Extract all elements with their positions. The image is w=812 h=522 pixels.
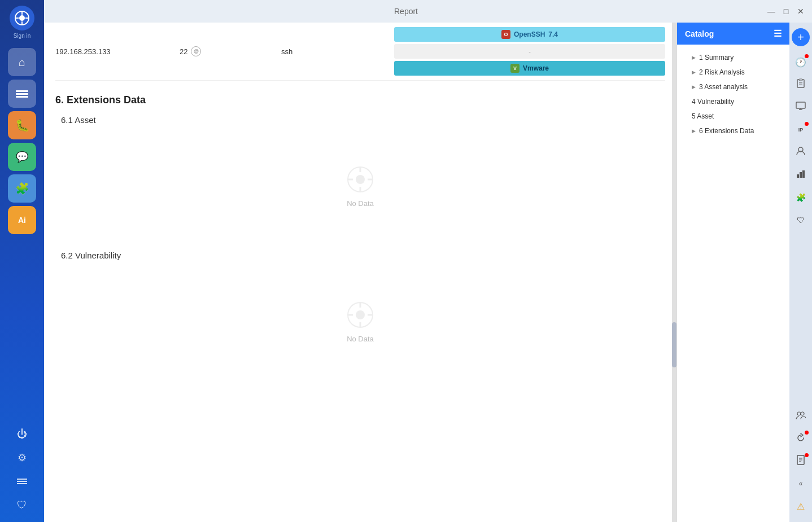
clock-badge bbox=[805, 54, 809, 58]
arrow-icon-3: ▶ bbox=[692, 84, 696, 90]
chevron-left-icon: « bbox=[799, 480, 803, 488]
catalog-header: Catalog ☰ bbox=[677, 23, 789, 45]
svg-point-1 bbox=[19, 15, 25, 21]
port-icon: @ bbox=[191, 46, 201, 56]
title-bar: Report — □ ✕ bbox=[0, 0, 812, 23]
sidebar-item-layers[interactable] bbox=[8, 80, 36, 108]
ip-icon: IP bbox=[798, 127, 804, 133]
catalog-item-6-extensions[interactable]: ▶ 6 Extensions Data bbox=[677, 124, 789, 138]
rightbar-clipboard[interactable] bbox=[792, 76, 810, 94]
openssh-version: 7.4 bbox=[548, 30, 558, 38]
svg-point-14 bbox=[801, 412, 804, 415]
openssh-name: OpenSSH bbox=[514, 30, 545, 38]
sidebar-items: ⌂ 🐛 💬 🧩 Ai bbox=[0, 48, 44, 424]
arrow-icon-1: ▶ bbox=[692, 55, 696, 60]
bar-chart-icon bbox=[796, 169, 806, 181]
catalog-label-6: 6 Extensions Data bbox=[699, 127, 754, 135]
user-icon bbox=[796, 146, 806, 159]
bug-icon: 🐛 bbox=[15, 119, 29, 132]
sidebar-shield-button[interactable]: 🛡 bbox=[12, 495, 32, 515]
rightbar-collapse[interactable]: « bbox=[792, 475, 810, 493]
rightbar-warning[interactable]: ⚠ bbox=[792, 497, 810, 515]
sub61-no-data: No Data bbox=[55, 131, 665, 242]
monitor-icon bbox=[796, 101, 806, 113]
maximize-button[interactable]: □ bbox=[782, 7, 791, 16]
catalog-item-4-vulnerability[interactable]: 4 Vulnerability bbox=[677, 94, 789, 109]
rightbar-doc[interactable] bbox=[792, 452, 810, 470]
svg-rect-11 bbox=[800, 172, 802, 178]
vmware-bar[interactable]: V Vmware bbox=[394, 61, 665, 76]
layers-icon bbox=[16, 90, 28, 98]
sign-in-label[interactable]: Sign in bbox=[14, 33, 31, 39]
ip-badge bbox=[805, 122, 809, 126]
sidebar-item-ai[interactable]: Ai bbox=[8, 206, 36, 234]
close-button[interactable]: ✕ bbox=[796, 7, 805, 16]
rightbar-ip[interactable]: IP bbox=[792, 121, 810, 139]
ai-label: Ai bbox=[18, 216, 26, 225]
sub62-heading: 6.2 Vulnerability bbox=[61, 251, 665, 260]
window-controls: — □ ✕ bbox=[767, 7, 805, 16]
sidebar-settings-button[interactable]: ⚙ bbox=[12, 448, 32, 468]
catalog-label-1: 1 Summary bbox=[699, 54, 734, 62]
rightbar-bottom: « ⚠ bbox=[792, 407, 810, 522]
scrollbar-track[interactable] bbox=[672, 23, 676, 522]
add-button[interactable]: + bbox=[792, 28, 810, 46]
app-logo[interactable] bbox=[10, 6, 34, 30]
doc-badge bbox=[805, 453, 809, 457]
vmware-name: Vmware bbox=[523, 64, 549, 72]
chart-icon: 💬 bbox=[16, 151, 28, 163]
rightbar-clock[interactable]: 🕐 bbox=[792, 53, 810, 71]
rightbar-shield[interactable]: 🛡 bbox=[792, 211, 810, 229]
rightbar-user[interactable] bbox=[792, 143, 810, 161]
section6-heading: 6. Extensions Data bbox=[55, 94, 665, 106]
rightbar-puzzle[interactable]: 🧩 bbox=[792, 188, 810, 207]
ip-cell: 192.168.253.133 bbox=[55, 47, 180, 56]
arrow-icon-6: ▶ bbox=[692, 128, 696, 134]
report-area[interactable]: 192.168.253.133 22 @ ssh O OpenSSH 7.4 -… bbox=[44, 23, 676, 522]
rightbar-refresh[interactable] bbox=[792, 429, 810, 448]
scrollbar-thumb[interactable] bbox=[672, 322, 676, 367]
rightbar-monitor[interactable] bbox=[792, 98, 810, 116]
catalog-menu-icon[interactable]: ☰ bbox=[774, 28, 782, 39]
no-data-icon-1 bbox=[346, 165, 374, 194]
minimize-button[interactable]: — bbox=[767, 7, 776, 16]
clipboard-icon bbox=[796, 78, 806, 91]
svg-rect-10 bbox=[797, 174, 799, 178]
port-cell: 22 @ bbox=[180, 46, 281, 56]
vmware-icon: V bbox=[510, 64, 519, 73]
software-cell: O OpenSSH 7.4 - V Vmware bbox=[394, 27, 665, 76]
table-row: 192.168.253.133 22 @ ssh O OpenSSH 7.4 -… bbox=[55, 23, 665, 81]
sidebar-item-puzzle[interactable]: 🧩 bbox=[8, 174, 36, 203]
users-icon bbox=[796, 410, 806, 422]
rightbar-users[interactable] bbox=[792, 407, 810, 425]
openssh-icon: O bbox=[501, 30, 510, 39]
catalog-item-3-asset-analysis[interactable]: ▶ 3 Asset analysis bbox=[677, 80, 789, 94]
doc-icon bbox=[796, 455, 806, 467]
menu-icon bbox=[17, 479, 27, 484]
sub61-heading: 6.1 Asset bbox=[61, 115, 665, 125]
puzzle-icon: 🧩 bbox=[15, 182, 29, 195]
warning-icon: ⚠ bbox=[797, 501, 805, 512]
catalog-item-1-summary[interactable]: ▶ 1 Summary bbox=[677, 50, 789, 65]
catalog-item-5-asset[interactable]: 5 Asset bbox=[677, 109, 789, 124]
sidebar-item-bug[interactable]: 🐛 bbox=[8, 111, 36, 139]
sidebar-power-button[interactable]: ⏻ bbox=[12, 424, 32, 444]
catalog-items: ▶ 1 Summary ▶ 2 Risk Analysis ▶ 3 Asset … bbox=[677, 45, 789, 522]
catalog-item-2-risk[interactable]: ▶ 2 Risk Analysis bbox=[677, 65, 789, 80]
no-data-icon-2 bbox=[346, 301, 374, 329]
no-data-label-2: No Data bbox=[347, 335, 374, 343]
shield-icon: 🛡 bbox=[17, 499, 27, 511]
main-content: 192.168.253.133 22 @ ssh O OpenSSH 7.4 -… bbox=[44, 23, 789, 522]
power-icon: ⏻ bbox=[17, 428, 27, 440]
home-icon: ⌂ bbox=[19, 56, 25, 69]
openssh-bar[interactable]: O OpenSSH 7.4 bbox=[394, 27, 665, 42]
sidebar-item-chart[interactable]: 💬 bbox=[8, 143, 36, 171]
svg-point-20 bbox=[356, 175, 365, 184]
no-data-label-1: No Data bbox=[347, 199, 374, 208]
port-number: 22 bbox=[180, 47, 187, 56]
sidebar-menu-button[interactable] bbox=[12, 471, 32, 492]
sidebar-item-home[interactable]: ⌂ bbox=[8, 48, 36, 76]
rightbar-bar-chart[interactable] bbox=[792, 166, 810, 184]
svg-rect-3 bbox=[799, 79, 802, 81]
right-bar: + 🕐 IP 🧩 🛡 bbox=[789, 23, 812, 522]
